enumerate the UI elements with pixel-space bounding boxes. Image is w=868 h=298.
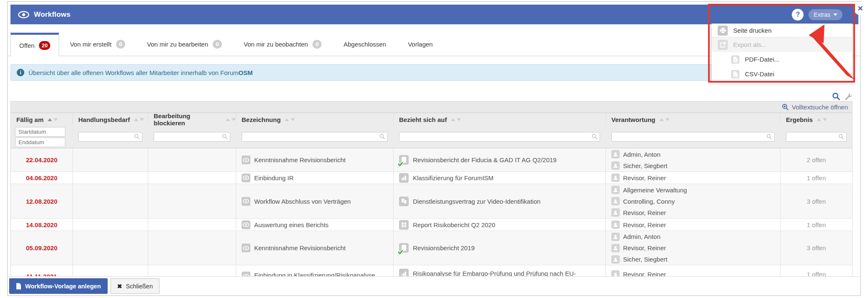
filter-verantwortung-input[interactable] [611,132,775,142]
related-item-cell: Revisionsbericht 2019 [394,231,606,265]
sort-asc-icon[interactable] [134,118,138,121]
sort-desc-icon[interactable] [665,118,670,121]
related-item: Klassifizierung für ForumISM [413,174,494,181]
related-item: Revisionsbericht der Fiducia & GAD IT AG… [413,156,556,163]
person-icon [611,186,620,194]
menu-item-label: Seite drucken [733,27,772,34]
filter-handlungsbedarf-input[interactable] [78,132,142,142]
search-icon[interactable] [832,92,840,101]
close-button[interactable]: ✕ [854,2,867,15]
filter-bezieht-input[interactable] [399,132,600,142]
workflows-dialog: Workflows ? Extras Offen 20 Von mir erst… [7,1,861,296]
tab-von-mir-erstellt[interactable]: Von mir erstellt 0 [59,33,136,56]
person-name: Revisor, Reiner [623,221,666,228]
menu-item-label: Export als... [733,41,766,48]
sort-asc-icon[interactable] [817,118,821,121]
bearbeitung-cell [148,148,236,171]
table-row[interactable]: 12.08.2020 Workflow Abschluss von Verträ… [11,184,852,219]
sort-desc-icon[interactable] [232,118,236,121]
table-row[interactable]: 04.06.2020 Einbindung IR Klassifizierung… [11,172,852,184]
fulltext-search-link[interactable]: Volltextsuche öffnen [782,104,848,111]
tab-label: Von mir zu beobachten [244,41,308,48]
column-header-bearbeitung-blockieren: Bearbeitung blockieren [148,113,236,126]
search-icon [592,134,598,140]
printer-icon [718,26,728,36]
workflow-eye-icon [242,174,250,182]
bearbeitung-cell [148,172,236,184]
person-name: Revisor, Reiner [623,174,666,181]
tab-vorlagen[interactable]: Vorlagen [397,33,443,56]
responsible-cell: Admin, Anton Revisor, Reiner Sicher, Sie… [606,231,780,265]
sort-asc-icon[interactable] [659,118,664,121]
due-date: 05.09.2020 [11,231,73,265]
workflow-name: Einbindung IR [254,174,294,181]
related-item: Revisionsbericht 2019 [413,244,475,251]
result-count: 1 offen [780,219,852,231]
info-text: Übersicht über alle offenen Workflows al… [28,69,253,76]
sort-asc-icon[interactable] [48,118,52,121]
search-icon [134,134,140,140]
close-dialog-button[interactable]: ✖ Schließen [111,278,160,294]
screen: Workflows ? Extras Offen 20 Von mir erst… [0,0,868,298]
tab-label: Von mir zu bearbeiten [147,41,208,48]
menu-item-export-as[interactable]: Export als... [712,37,852,52]
bearbeitung-cell [148,219,236,231]
count-badge: 0 [312,40,322,49]
svg-text:A: A [734,59,736,62]
person-icon [611,255,620,264]
sort-asc-icon[interactable] [285,118,289,121]
menu-item-pdf-file[interactable]: A PDF-Datei... [712,52,852,67]
person-icon [611,244,620,252]
handlungsbedarf-cell [73,172,148,184]
create-workflow-template-label: Workflow-Vorlage anlegen [25,283,101,290]
sort-desc-icon[interactable] [54,118,58,121]
tab-offen[interactable]: Offen 20 [10,33,59,56]
sort-desc-icon[interactable] [291,118,295,121]
filter-bearbeitung-input[interactable] [154,132,230,142]
responsible-cell: Revisor, Reiner [606,172,780,184]
search-icon [766,134,772,140]
filter-end-date-input[interactable] [15,137,65,147]
person-icon [611,220,620,229]
menu-item-label: PDF-Datei... [745,56,780,63]
help-button[interactable]: ? [792,9,804,21]
info-icon: i [17,69,24,76]
count-badge: 0 [213,40,222,49]
tab-von-mir-zu-beobachten[interactable]: Von mir zu beobachten 0 [233,33,332,56]
tab-von-mir-zu-bearbeiten[interactable]: Von mir zu bearbeiten 0 [136,33,233,56]
export-icon [718,40,728,50]
footer-bar: Workflow-Vorlage anlegen ✖ Schließen [8,276,860,295]
sort-desc-icon[interactable] [823,118,827,121]
responsible-cell: Revisor, Reiner [606,219,780,231]
workflow-name-cell: Workflow Abschluss von Verträgen [236,184,394,218]
person-name: Revisor, Reiner [623,244,666,251]
extras-button[interactable]: Extras [809,9,842,20]
table-row[interactable]: 05.09.2020 Kenntnisnahme Revisionsberich… [11,231,852,265]
sort-asc-icon[interactable] [226,118,230,121]
person-icon [611,208,620,217]
workflow-name: Auswertung eines Berichts [254,221,329,228]
workflow-eye-icon [242,220,250,229]
workflow-name: Kenntnisnahme Revisionsbericht [254,244,345,251]
table-row[interactable]: 22.04.2020 Kenntnisnahme Revisionsberich… [11,148,852,172]
document-icon [16,283,21,290]
person-name: Admin, Anton [623,151,660,158]
menu-item-csv-file[interactable]: x CSV-Datei [712,67,852,81]
sort-desc-icon[interactable] [457,118,461,121]
filter-bezeichnung-input[interactable] [242,132,388,142]
table-body: 22.04.2020 Kenntnisnahme Revisionsberich… [11,148,852,279]
search-icon [222,134,228,140]
menu-item-print-page[interactable]: Seite drucken [712,24,852,37]
create-workflow-template-button[interactable]: Workflow-Vorlage anlegen [9,278,108,294]
sort-asc-icon[interactable] [451,118,455,121]
due-date: 12.08.2020 [11,184,73,218]
related-item-cell: Klassifizierung für ForumISM [394,172,606,184]
wrench-icon[interactable] [845,93,853,101]
tab-abgeschlossen[interactable]: Abgeschlossen [332,33,397,56]
table-row[interactable]: 14.08.2020 Auswertung eines Berichts Rep… [11,219,852,231]
count-badge: 20 [39,41,50,50]
filter-start-date-input[interactable] [15,127,65,137]
tab-label: Abgeschlossen [343,41,386,48]
sort-desc-icon[interactable] [140,118,144,121]
filter-ergebnis-input[interactable] [786,132,847,142]
